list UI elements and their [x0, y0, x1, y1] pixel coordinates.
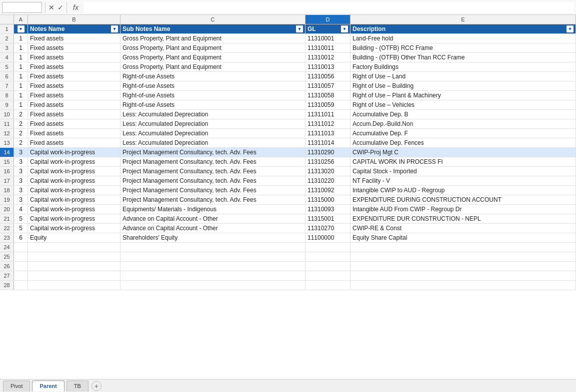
cell-e: Equity Share Capital — [350, 233, 576, 242]
table-row[interactable]: 26 — [0, 262, 576, 271]
table-row[interactable]: 18 3 Capital work-in-progress Project Ma… — [0, 186, 576, 195]
cell-d: 11310290 — [306, 148, 350, 157]
formula-bar: L14 ✕ ✓ fx — [0, 0, 576, 15]
table-row[interactable]: 16 3 Capital work-in-progress Project Ma… — [0, 167, 576, 176]
cell-a — [14, 252, 28, 261]
row-num-cell: 11 — [0, 119, 14, 128]
tab-tb[interactable]: TB — [66, 381, 88, 392]
row-num-cell: 24 — [0, 243, 14, 252]
table-row[interactable]: 15 3 Capital work-in-progress Project Ma… — [0, 157, 576, 167]
cell-d: 11313020 — [306, 167, 350, 176]
header-cell-sub-notes-name: Sub Notes Name ▼ — [120, 24, 306, 33]
cell-d — [306, 281, 350, 290]
table-row[interactable]: 23 6 Equity Shareholders' Equity 1110000… — [0, 233, 576, 243]
header-label-sub-notes: Sub Notes Name — [122, 25, 296, 32]
table-row[interactable]: 25 — [0, 252, 576, 262]
formula-icons: ✕ ✓ — [48, 3, 64, 11]
col-header-b: B — [28, 15, 120, 24]
cell-a: 4 — [14, 205, 28, 214]
row-num-cell: 22 — [0, 224, 14, 233]
cell-a: 3 — [14, 167, 28, 176]
table-row[interactable]: 2 1 Fixed assets Gross Property, Plant a… — [0, 34, 576, 43]
cell-c: Project Management Consultancy, tech. Ad… — [120, 176, 306, 185]
cell-b: Fixed assets — [28, 72, 120, 81]
tab-bar: PivotParentTB + — [0, 379, 576, 392]
cell-e — [350, 281, 576, 290]
filter-icon-gl[interactable]: ▼ — [341, 25, 348, 32]
filter-icon-s[interactable]: ▼ — [18, 25, 24, 32]
table-row[interactable]: 13 2 Fixed assets Less: Accumulated Depr… — [0, 138, 576, 148]
cell-a: 6 — [14, 233, 28, 242]
table-row[interactable]: 4 1 Fixed assets Gross Property, Plant a… — [0, 53, 576, 62]
table-row[interactable]: 10 2 Fixed assets Less: Accumulated Depr… — [0, 110, 576, 119]
filter-icon-sub-notes[interactable]: ▼ — [296, 25, 303, 32]
table-row[interactable]: 14 3 Capital work-in-progress Project Ma… — [0, 148, 576, 157]
cell-a — [14, 281, 28, 290]
cell-a: 2 — [14, 110, 28, 119]
cell-e: CWIP-RE & Const — [350, 224, 576, 233]
add-sheet-button[interactable]: + — [92, 381, 102, 391]
table-row[interactable]: 12 2 Fixed assets Less: Accumulated Depr… — [0, 129, 576, 138]
cell-e: Capital Stock - Imported — [350, 167, 576, 176]
cell-e: Right of Use – Vehicles — [350, 100, 576, 109]
header-label-description: Description — [352, 25, 566, 32]
cell-b: Capital work-in-progress — [28, 214, 120, 223]
formula-divider-2 — [66, 2, 67, 13]
row-num-cell: 20 — [0, 205, 14, 214]
cell-b: Capital work-in-progress — [28, 148, 120, 157]
cell-c — [120, 281, 306, 290]
filter-icon-notes[interactable]: ▼ — [111, 25, 118, 32]
filter-icon-description[interactable]: ▼ — [566, 25, 574, 32]
cell-d — [306, 243, 350, 252]
cell-c: Less: Accumulated Depreciation — [120, 119, 306, 128]
table-row[interactable]: 8 1 Fixed assets Right-of-use Assets 113… — [0, 91, 576, 100]
tabs-container: PivotParentTB — [3, 381, 90, 392]
row-num-1: 1 — [0, 24, 14, 33]
cell-e: Factory Buildings — [350, 62, 576, 71]
cell-b: Fixed assets — [28, 81, 120, 90]
tab-pivot[interactable]: Pivot — [3, 381, 30, 392]
cell-b: Fixed assets — [28, 100, 120, 109]
table-row[interactable]: 20 4 Capital work-in-progress Equipments… — [0, 205, 576, 214]
cell-a: 1 — [14, 81, 28, 90]
header-cell-s: ▼ — [14, 24, 28, 33]
cell-a — [14, 271, 28, 280]
tab-parent[interactable]: Parent — [32, 381, 64, 392]
cell-e: Accumulative Dep. F — [350, 129, 576, 138]
table-row[interactable]: 28 — [0, 281, 576, 290]
table-row[interactable]: 3 1 Fixed assets Gross Property, Plant a… — [0, 43, 576, 53]
confirm-formula-icon[interactable]: ✓ — [58, 3, 64, 11]
cell-c: Project Management Consultancy, tech. Ad… — [120, 157, 306, 166]
cell-a — [14, 243, 28, 252]
table-row[interactable]: 6 1 Fixed assets Right-of-use Assets 113… — [0, 72, 576, 81]
header-cell-notes-name: Notes Name ▼ — [28, 24, 120, 33]
table-row[interactable]: 24 — [0, 243, 576, 252]
row-num-cell: 15 — [0, 157, 14, 166]
cell-e: Building - (OTFB) Other Than RCC Frame — [350, 53, 576, 62]
cell-b: Fixed assets — [28, 43, 120, 52]
table-row[interactable]: 7 1 Fixed assets Right-of-use Assets 113… — [0, 81, 576, 91]
cell-b: Fixed assets — [28, 119, 120, 128]
table-row[interactable]: 17 3 Capital work-in-progress Project Ma… — [0, 176, 576, 186]
cell-b: Fixed assets — [28, 34, 120, 43]
table-row[interactable]: 22 5 Capital work-in-progress Advance on… — [0, 224, 576, 233]
cell-b — [28, 243, 120, 252]
cancel-formula-icon[interactable]: ✕ — [48, 3, 54, 11]
table-row[interactable]: 19 3 Capital work-in-progress Project Ma… — [0, 195, 576, 205]
cell-a: 3 — [14, 157, 28, 166]
cell-d: 11311014 — [306, 138, 350, 147]
formula-input[interactable] — [84, 2, 574, 13]
cell-c: Right-of-use Assets — [120, 72, 306, 81]
table-row[interactable]: 9 1 Fixed assets Right-of-use Assets 113… — [0, 100, 576, 110]
spreadsheet: A B C D E 1 ▼ Notes Name ▼ Sub Notes Nam… — [0, 15, 576, 379]
header-label-notes-name: Notes Name — [30, 25, 111, 32]
cell-b — [28, 281, 120, 290]
table-row[interactable]: 11 2 Fixed assets Less: Accumulated Depr… — [0, 119, 576, 129]
cell-reference-box[interactable]: L14 — [2, 2, 42, 13]
cell-b — [28, 262, 120, 271]
cell-b: Equity — [28, 233, 120, 242]
table-row[interactable]: 21 5 Capital work-in-progress Advance on… — [0, 214, 576, 224]
table-row[interactable]: 27 — [0, 271, 576, 281]
cell-b: Fixed assets — [28, 110, 120, 119]
table-row[interactable]: 5 1 Fixed assets Gross Property, Plant a… — [0, 62, 576, 72]
